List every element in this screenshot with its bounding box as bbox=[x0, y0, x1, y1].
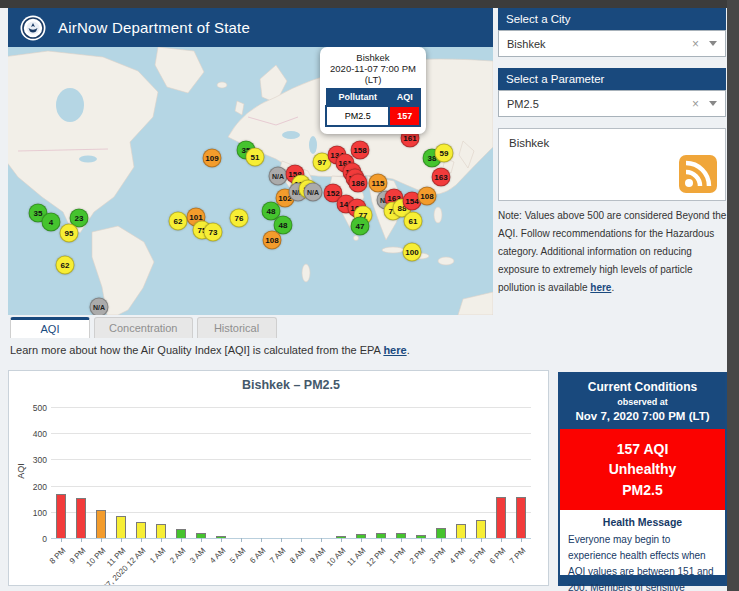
aqi-marker[interactable]: 100 bbox=[403, 243, 422, 262]
aqi-marker[interactable]: 47 bbox=[351, 217, 370, 236]
chart-bar bbox=[156, 524, 166, 538]
chart-x-tick bbox=[301, 538, 302, 542]
aqi-note: Note: Values above 500 are considered Be… bbox=[498, 207, 727, 297]
window-chrome-right bbox=[727, 0, 739, 591]
chart-gridline bbox=[51, 407, 531, 408]
window-chrome-top bbox=[0, 0, 739, 8]
aqi-marker[interactable]: 61 bbox=[404, 212, 423, 231]
aqi-marker[interactable]: 95 bbox=[60, 224, 79, 243]
conditions-category: Unhealthy bbox=[564, 459, 721, 479]
chart-bar bbox=[496, 497, 506, 538]
chart-bar bbox=[476, 520, 486, 538]
chart-y-tick-label: 300 bbox=[17, 455, 47, 465]
learn-more-suffix: . bbox=[407, 344, 410, 356]
aqi-marker[interactable]: 109 bbox=[203, 149, 222, 168]
chart-x-tick bbox=[101, 538, 102, 542]
rss-feed-box: Bishkek bbox=[498, 128, 726, 201]
chart-gridline bbox=[51, 433, 531, 434]
aqi-marker[interactable]: 163 bbox=[432, 168, 451, 187]
popup-table: Pollutant AQI PM2.5 157 bbox=[325, 88, 421, 127]
chart-x-tick bbox=[161, 538, 162, 542]
chart-x-tick bbox=[401, 538, 402, 542]
parameter-select-value: PM2.5 bbox=[507, 98, 692, 110]
popup-aqi-header: AQI bbox=[389, 89, 420, 107]
chart-title: Bishkek – PM2.5 bbox=[51, 378, 531, 392]
note-period: . bbox=[611, 282, 614, 293]
tab-historical[interactable]: Historical bbox=[197, 317, 277, 338]
select-city-header: Select a City bbox=[498, 8, 726, 30]
aqi-marker[interactable]: 73 bbox=[204, 223, 223, 242]
conditions-footer-bar bbox=[560, 575, 725, 584]
conditions-header: Current Conditions observed at Nov 7, 20… bbox=[560, 374, 725, 429]
chart-plot-area: 01002003004005008 PM9 PM10 PM11 PMNov 07… bbox=[51, 407, 531, 538]
popup-pollutant-value: PM2.5 bbox=[326, 106, 389, 126]
aqi-marker[interactable]: N/A bbox=[90, 298, 109, 316]
chart-bar bbox=[136, 522, 146, 539]
view-tabs: AQIConcentrationHistorical bbox=[8, 317, 277, 338]
aqi-marker[interactable]: 186 bbox=[349, 174, 368, 193]
chart-x-tick bbox=[261, 538, 262, 542]
chart-x-tick bbox=[501, 538, 502, 542]
aqi-marker[interactable]: 59 bbox=[435, 144, 454, 163]
aqi-marker[interactable]: 4 bbox=[42, 213, 61, 232]
tab-aqi[interactable]: AQI bbox=[10, 317, 90, 338]
conditions-title: Current Conditions bbox=[564, 380, 721, 394]
aqi-marker[interactable]: 62 bbox=[56, 256, 75, 275]
app-header: AirNow Department of State bbox=[8, 8, 493, 47]
chart-bar bbox=[116, 516, 126, 538]
parameter-select[interactable]: PM2.5 × bbox=[498, 90, 726, 117]
chart-x-tick bbox=[281, 538, 282, 542]
popup-city: Bishkek bbox=[325, 52, 421, 63]
map-popup: Bishkek 2020-11-07 7:00 PM (LT) Pollutan… bbox=[320, 47, 426, 134]
aqi-marker[interactable]: 108 bbox=[263, 231, 282, 250]
aqi-marker[interactable]: 62 bbox=[169, 212, 188, 231]
learn-more-text: Learn more about how the Air Quality Ind… bbox=[10, 344, 410, 356]
city-caret-down-icon[interactable] bbox=[709, 41, 717, 46]
chart-x-tick bbox=[241, 538, 242, 542]
current-conditions-panel: Current Conditions observed at Nov 7, 20… bbox=[558, 372, 727, 586]
chart-bar bbox=[76, 498, 86, 538]
note-text: Note: Values above 500 are considered Be… bbox=[498, 210, 726, 293]
popup-aqi-value: 157 bbox=[389, 106, 420, 126]
chart-x-tick bbox=[221, 538, 222, 542]
page-title: AirNow Department of State bbox=[58, 19, 250, 36]
chart-x-tick bbox=[141, 538, 142, 542]
conditions-observed-label: observed at bbox=[564, 397, 721, 407]
note-here-link[interactable]: here bbox=[590, 282, 611, 293]
chart-gridline bbox=[51, 512, 531, 513]
city-select[interactable]: Bishkek × bbox=[498, 30, 726, 57]
chart-y-tick-label: 500 bbox=[17, 403, 47, 413]
city-select-value: Bishkek bbox=[507, 38, 692, 50]
rss-city-label: Bishkek bbox=[509, 137, 549, 149]
aqi-marker[interactable]: N/A bbox=[304, 183, 323, 202]
chart-bar bbox=[436, 528, 446, 538]
rss-icon[interactable] bbox=[679, 155, 717, 193]
aqi-marker[interactable]: 51 bbox=[246, 148, 265, 167]
parameter-clear-icon[interactable]: × bbox=[692, 97, 699, 111]
city-clear-icon[interactable]: × bbox=[692, 37, 699, 51]
chart-y-tick-label: 0 bbox=[17, 534, 47, 544]
chart-bar bbox=[56, 494, 66, 538]
aqi-marker[interactable]: 108 bbox=[418, 187, 437, 206]
aqi-marker[interactable]: 76 bbox=[230, 209, 249, 228]
epa-link[interactable]: here bbox=[383, 344, 406, 356]
world-map[interactable]: 354239562N/A1093551621017573764848108102… bbox=[8, 47, 493, 315]
chart-x-tick bbox=[421, 538, 422, 542]
chart-y-tick-label: 400 bbox=[17, 429, 47, 439]
conditions-observed-time: Nov 7, 2020 7:00 PM (LT) bbox=[564, 410, 721, 422]
parameter-caret-down-icon[interactable] bbox=[709, 101, 717, 106]
aqi-marker[interactable]: N/A bbox=[269, 167, 288, 186]
tab-concentration[interactable]: Concentration bbox=[94, 317, 193, 338]
chart-bar bbox=[456, 524, 466, 538]
conditions-aqi-value: 157 AQI bbox=[564, 439, 721, 459]
chart-x-tick bbox=[461, 538, 462, 542]
chart-x-tick bbox=[381, 538, 382, 542]
chart-gridline bbox=[51, 459, 531, 460]
popup-datetime: 2020-11-07 7:00 PM bbox=[325, 63, 421, 74]
state-department-seal-icon bbox=[20, 15, 46, 41]
aqi-marker[interactable]: 158 bbox=[351, 141, 370, 160]
chart-bar bbox=[516, 497, 526, 538]
chart-y-tick-label: 200 bbox=[17, 482, 47, 492]
chart-gridline bbox=[51, 486, 531, 487]
chart-x-tick bbox=[321, 538, 322, 542]
